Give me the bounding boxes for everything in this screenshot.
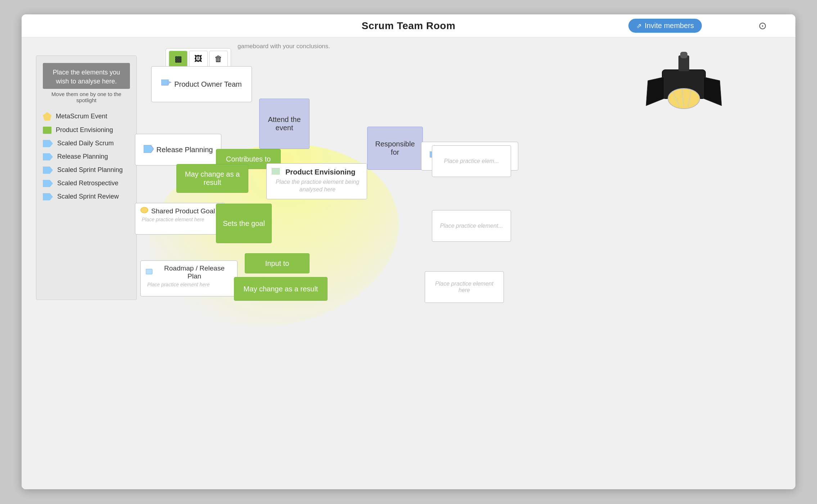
card-attend-event[interactable]: Attend the event bbox=[259, 99, 310, 149]
release-planning-icon bbox=[144, 145, 154, 155]
card-placeholder-1[interactable]: Place practice elem... bbox=[432, 145, 511, 177]
sidebar: Place the elements you wish to analyse h… bbox=[36, 55, 137, 300]
yellow-pentagon-icon bbox=[43, 112, 51, 121]
sidebar-item-metascrum[interactable]: MetaScrum Event bbox=[43, 112, 130, 121]
svg-rect-0 bbox=[662, 70, 705, 99]
card-release-planning[interactable]: Release Planning bbox=[135, 134, 221, 165]
svg-line-6 bbox=[672, 91, 680, 106]
card-shared-product-goal[interactable]: Shared Product Goal Place practice eleme… bbox=[135, 203, 225, 235]
sidebar-item-scaled-daily-scrum[interactable]: Scaled Daily Scrum bbox=[43, 140, 130, 147]
svg-line-8 bbox=[688, 91, 691, 106]
roadmap-placeholder: Place practice element here bbox=[146, 282, 210, 287]
svg-rect-3 bbox=[680, 52, 687, 58]
card-responsible-for[interactable]: Responsible for bbox=[367, 127, 423, 170]
card-may-change-result-2[interactable]: May change as a result bbox=[234, 277, 328, 301]
blue-arrow-icon-5 bbox=[43, 193, 53, 200]
shared-product-goal-placeholder: Place practice element here bbox=[140, 217, 204, 222]
card-roadmap[interactable]: Roadmap / Release Plan Place practice el… bbox=[140, 260, 238, 296]
sidebar-subtitle: Move them one by one to the spotlight bbox=[43, 91, 130, 103]
svg-rect-16 bbox=[146, 269, 152, 274]
sidebar-title: Place the elements you wish to analyse h… bbox=[43, 63, 130, 89]
clock-icon: ⊙ bbox=[758, 20, 767, 32]
image-icon: 🖼 bbox=[194, 54, 202, 64]
svg-point-1 bbox=[668, 88, 700, 109]
card-may-change-result-1[interactable]: May change as a result bbox=[176, 164, 248, 193]
invite-button[interactable]: ⇗ Invite members bbox=[628, 19, 702, 33]
product-owner-icon bbox=[161, 80, 171, 89]
spotlight-illustration bbox=[626, 48, 741, 185]
trash-icon: 🗑 bbox=[215, 54, 222, 64]
canvas-area: gameboard with your conclusions. Place t… bbox=[22, 37, 795, 489]
card-input-to[interactable]: Input to bbox=[245, 253, 310, 273]
sidebar-item-scaled-sprint-planning[interactable]: Scaled Sprint Planning bbox=[43, 166, 130, 174]
main-window: Scrum Team Room ⇗ Invite members ⊙ gameb… bbox=[22, 14, 795, 489]
svg-marker-11 bbox=[144, 145, 154, 153]
green-square-icon: ▩ bbox=[175, 54, 182, 64]
blue-arrow-icon-3 bbox=[43, 167, 53, 174]
svg-marker-10 bbox=[168, 81, 171, 84]
shared-goal-icon bbox=[140, 207, 148, 215]
svg-rect-9 bbox=[161, 80, 168, 85]
sidebar-item-product-envisioning[interactable]: Product Envisioning bbox=[43, 126, 130, 134]
svg-rect-12 bbox=[272, 168, 280, 174]
toolbar-image-button[interactable]: 🖼 bbox=[189, 51, 208, 67]
sidebar-item-scaled-sprint-review[interactable]: Scaled Sprint Review bbox=[43, 193, 130, 200]
page-title: Scrum Team Room bbox=[362, 20, 456, 32]
title-bar: Scrum Team Room ⇗ Invite members ⊙ bbox=[22, 14, 795, 37]
toolbar-delete-button[interactable]: 🗑 bbox=[209, 51, 228, 67]
card-product-owner-team[interactable]: Product Owner Team bbox=[151, 66, 252, 102]
svg-rect-2 bbox=[678, 55, 689, 71]
svg-point-15 bbox=[141, 207, 148, 213]
roadmap-icon bbox=[146, 268, 154, 277]
product-envisioning-placeholder: Place the practice element being analyse… bbox=[272, 178, 362, 194]
sidebar-item-release-planning[interactable]: Release Planning bbox=[43, 153, 130, 160]
card-sets-goal[interactable]: Sets the goal bbox=[216, 204, 272, 243]
product-envisioning-icon bbox=[272, 168, 280, 176]
card-placeholder-2[interactable]: Place practice element... bbox=[432, 210, 511, 242]
toolbar-green-button[interactable]: ▩ bbox=[169, 51, 188, 67]
card-product-envisioning-main[interactable]: Product Envisioning Place the practice e… bbox=[266, 163, 367, 199]
svg-marker-5 bbox=[704, 77, 722, 106]
sidebar-item-scaled-retrospective[interactable]: Scaled Retrospective bbox=[43, 180, 130, 187]
blue-arrow-icon-4 bbox=[43, 180, 53, 187]
card-placeholder-3[interactable]: Place practice element here bbox=[425, 271, 504, 303]
blue-arrow-icon-1 bbox=[43, 140, 53, 147]
svg-marker-4 bbox=[646, 77, 664, 106]
blue-arrow-icon-2 bbox=[43, 153, 53, 160]
svg-line-7 bbox=[682, 88, 684, 108]
hint-text: gameboard with your conclusions. bbox=[238, 43, 330, 50]
share-icon: ⇗ bbox=[636, 22, 642, 30]
green-rect-icon bbox=[43, 127, 51, 134]
